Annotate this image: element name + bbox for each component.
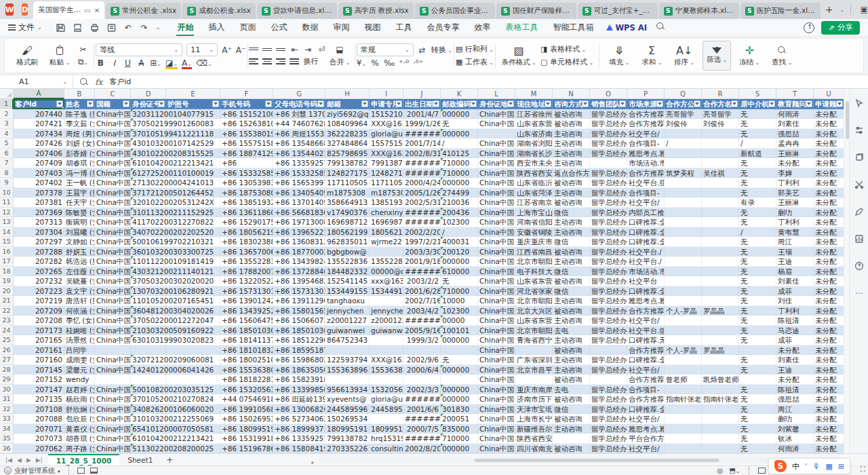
cell-A5[interactable]: 207426 bbox=[14, 138, 64, 149]
cell-M18[interactable]: 电子科技大 bbox=[515, 267, 553, 277]
cell-Q6[interactable] bbox=[665, 149, 702, 159]
cell-L21[interactable]: China中国 bbox=[478, 296, 515, 306]
cell-R6[interactable] bbox=[702, 149, 739, 159]
header-cell-Q1[interactable]: 合作方公 bbox=[665, 99, 702, 109]
cell-N16[interactable]: 被动咨询 bbox=[553, 247, 590, 257]
cell-N36[interactable]: 被动咨询 bbox=[553, 444, 590, 454]
menu-tab-开始[interactable]: 开始 bbox=[170, 19, 201, 37]
cell-D11[interactable]: 32010220020531242X bbox=[131, 197, 166, 208]
font-color-button[interactable]: A⌄ bbox=[182, 58, 192, 68]
cell-G19[interactable]: +86 1395468251 bbox=[273, 276, 326, 286]
row-header-13[interactable]: 13 bbox=[0, 217, 14, 227]
row-header-28[interactable]: 28 bbox=[0, 365, 14, 375]
cell-P26[interactable]: 合作方推荐 bbox=[627, 345, 665, 356]
cell-C28[interactable]: China中国 bbox=[95, 365, 131, 375]
cell-I32[interactable]: 244589596 bbox=[370, 404, 403, 415]
cell-M19[interactable]: 山东省东营 bbox=[515, 276, 553, 286]
cell-J36[interactable]: 2002/8/20 bbox=[403, 444, 441, 454]
conditional-format-button[interactable]: ▧ 条件格式 ⌄ bbox=[501, 45, 536, 67]
cell-O27[interactable]: 留学总经办 bbox=[590, 355, 627, 365]
cell-B22[interactable]: 何依涵 (女 bbox=[64, 306, 95, 316]
document-tab[interactable]: S贷款申请信息.xlsx bbox=[257, 3, 337, 19]
cell-G22[interactable]: +86 1580156591 bbox=[273, 306, 326, 316]
cell-A12[interactable]: 207369 bbox=[14, 208, 64, 218]
cell-D22[interactable]: 360481200304020026 bbox=[131, 306, 166, 316]
increase-decimal-button[interactable]: ⁺·⁰ bbox=[399, 58, 409, 68]
cell-D24[interactable]: 210303200509160922 bbox=[131, 326, 166, 336]
cell-G20[interactable]: +86 1573130169 bbox=[273, 286, 326, 297]
column-header-R[interactable]: R bbox=[702, 89, 739, 99]
cell-F21[interactable]: +86 13901242 bbox=[220, 296, 273, 306]
cell-T23[interactable]: 陈祖清 bbox=[776, 316, 814, 326]
cell-O9[interactable]: 留学总经办 bbox=[590, 178, 627, 188]
cell-G10[interactable]: +86 1340540988 bbox=[273, 188, 326, 198]
cell-A27[interactable]: 207160 bbox=[14, 355, 64, 365]
cell-I34[interactable]: 180995191 bbox=[370, 424, 403, 434]
cell-S25[interactable]: 无 bbox=[739, 335, 776, 345]
column-header-J[interactable]: J bbox=[403, 89, 441, 99]
cell-H3[interactable]: 108409964 bbox=[326, 119, 370, 129]
cell-O22[interactable]: 留学总经办 bbox=[590, 306, 627, 316]
cell-D9[interactable]: 271302200004241013 bbox=[131, 178, 166, 188]
redo-icon[interactable]: ↷ bbox=[140, 23, 149, 33]
cell-B10[interactable]: 王晨宇 (男 bbox=[64, 188, 95, 198]
cell-P30[interactable]: 合作项目- bbox=[627, 385, 665, 395]
cell-K30[interactable]: 000000 bbox=[441, 385, 478, 395]
column-header-H[interactable]: H bbox=[326, 89, 370, 99]
cell-G17[interactable]: +86 1343982452 bbox=[273, 256, 326, 267]
filter-dropdown-icon[interactable] bbox=[619, 100, 626, 107]
cell-G31[interactable]: +86 田延岭1395 bbox=[273, 394, 326, 404]
cell-L9[interactable]: China中国 bbox=[478, 178, 515, 188]
cell-H19[interactable]: 152541145 bbox=[326, 276, 370, 286]
cell-C10[interactable]: China中国 bbox=[95, 188, 131, 198]
cell-G25[interactable]: +86 1851229020 bbox=[273, 335, 326, 345]
justify-icon[interactable] bbox=[290, 57, 299, 66]
cell-U28[interactable]: 未分配 bbox=[814, 365, 844, 375]
cursor-icon[interactable] bbox=[854, 98, 864, 108]
cell-F18[interactable]: +86 17882007 bbox=[220, 267, 273, 277]
menu-tab-页面[interactable]: 页面 bbox=[232, 19, 263, 37]
cell-G26[interactable]: +86 1859518772 bbox=[273, 345, 326, 356]
menu-tab-效率[interactable]: 效率 bbox=[467, 19, 498, 37]
cell-H36[interactable]: 270335226 bbox=[326, 444, 370, 454]
cell-I14[interactable]: 180562199 bbox=[370, 227, 403, 238]
cell-T12[interactable]: 蒯玏 bbox=[776, 208, 814, 218]
cell-M2[interactable]: 江苏省徐州 bbox=[515, 109, 553, 119]
cell-H4[interactable]: 362228235 bbox=[326, 129, 370, 139]
header-cell-H1[interactable]: 邮箱 bbox=[326, 99, 370, 109]
cell-I33[interactable] bbox=[370, 414, 403, 424]
filter-dropdown-icon[interactable] bbox=[507, 100, 514, 107]
cell-G24[interactable]: +86 1850103098 bbox=[273, 326, 326, 336]
cell-B11[interactable]: 任天宇 (女 bbox=[64, 197, 95, 208]
cell-B24[interactable]: 桂婉唯 (女 bbox=[64, 326, 95, 336]
cell-H30[interactable]: 956613934 bbox=[326, 385, 370, 395]
cell-M29[interactable] bbox=[515, 375, 553, 385]
decrease-font-button[interactable]: A⁻ bbox=[236, 45, 246, 55]
cell-A17[interactable]: 207282 bbox=[14, 256, 64, 267]
cell-T13[interactable]: 丁利利 bbox=[776, 217, 814, 227]
cell-F8[interactable]: +86 15332585 bbox=[220, 168, 273, 178]
cell-M34[interactable]: 新疆维吾尔 bbox=[515, 424, 553, 434]
cell-L24[interactable]: China中国 bbox=[478, 326, 515, 336]
cell-M7[interactable]: 西安市未央 bbox=[515, 158, 553, 168]
cell-I28[interactable]: 155363896 bbox=[370, 365, 403, 375]
cell-C16[interactable]: China中国 bbox=[95, 247, 131, 257]
cell-G36[interactable]: +86 1580841990 bbox=[273, 444, 326, 454]
cell-S29[interactable] bbox=[739, 375, 776, 385]
cell-N12[interactable]: 微信 bbox=[553, 208, 590, 218]
filter-dropdown-icon[interactable] bbox=[731, 100, 738, 107]
cell-B20[interactable]: 袁文宇 (女 bbox=[64, 286, 95, 297]
cell-O32[interactable]: 留学总经办 bbox=[590, 404, 627, 415]
cell-O5[interactable]: 留学总经办 bbox=[590, 138, 627, 149]
cell-K5[interactable]: / bbox=[441, 138, 478, 149]
row-header-24[interactable]: 24 bbox=[0, 326, 14, 336]
header-cell-F1[interactable]: 手机号码 bbox=[220, 99, 273, 109]
row-header-4[interactable]: 4 bbox=[0, 129, 14, 139]
header-cell-J1[interactable]: 出生日期 bbox=[403, 99, 441, 109]
cell-C24[interactable]: China中国 bbox=[95, 326, 131, 336]
cell-L20[interactable]: China中国 bbox=[478, 286, 515, 297]
cell-B3[interactable]: 季文茹 (女 bbox=[64, 119, 95, 129]
cell-F30[interactable]: +86 15320563 bbox=[220, 385, 273, 395]
cell-N31[interactable]: 被动咨询 bbox=[553, 394, 590, 404]
cell-Q10[interactable] bbox=[665, 188, 702, 198]
